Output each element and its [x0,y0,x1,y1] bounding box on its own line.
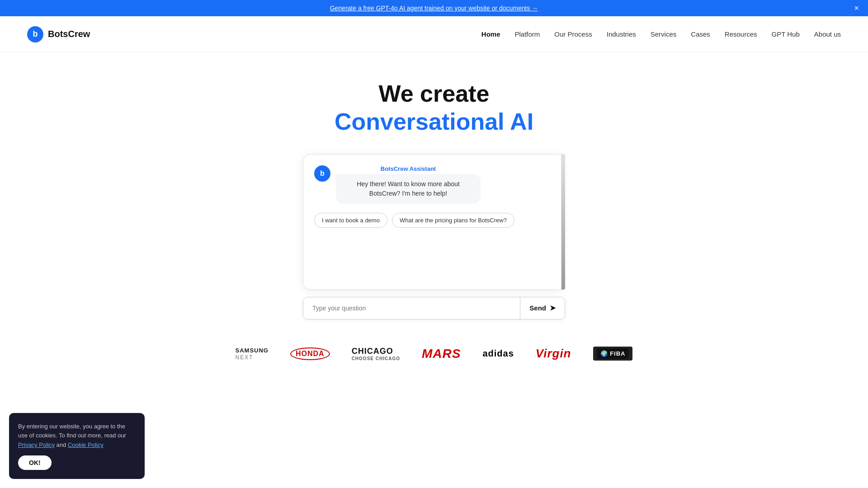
quick-replies: I want to book a demo What are the prici… [314,213,550,228]
brand-virgin: Virgin [536,347,571,361]
send-label: Send [529,304,546,312]
nav-home[interactable]: Home [481,30,500,38]
quick-reply-demo[interactable]: I want to book a demo [314,213,387,228]
nav-links: Home Platform Our Process Industries Ser… [481,30,841,38]
navbar: b BotsCrew Home Platform Our Process Ind… [0,16,868,52]
hero-headline-2: Conversational AI [335,108,533,135]
top-banner: Generate a free GPT-4o AI agent trained … [0,0,868,16]
chat-input[interactable] [303,297,520,319]
bot-bubble: Hey there! Want to know more about BotsC… [336,174,481,204]
quick-reply-pricing[interactable]: What are the pricing plans for BotsCrew? [392,213,514,228]
nav-industries[interactable]: Industries [607,30,636,38]
send-button[interactable]: Send ➤ [520,297,565,319]
brands-section: SAMSUNG NEXT HONDA CHICAGO CHOOSE CHICAG… [0,328,868,379]
banner-close-button[interactable]: × [854,4,859,13]
logo-text: BotsCrew [48,29,90,39]
brand-mars: MARS [422,347,461,361]
bot-name: BotsCrew Assistant [336,165,481,172]
nav-platform[interactable]: Platform [515,30,540,38]
chat-scrollbar[interactable] [561,154,565,290]
hero-headline-1: We create [379,80,490,107]
chat-widget: b BotsCrew Assistant Hey there! Want to … [303,141,565,319]
chat-container: b BotsCrew Assistant Hey there! Want to … [303,154,565,290]
chat-input-area: Send ➤ [303,297,565,319]
chat-box: b BotsCrew Assistant Hey there! Want to … [303,154,561,290]
nav-gpt-hub[interactable]: GPT Hub [772,30,800,38]
brand-adidas: adidas [482,348,514,359]
brand-fiba: 🌍 FIBA [593,347,633,361]
nav-our-process[interactable]: Our Process [554,30,592,38]
nav-about-us[interactable]: About us [814,30,841,38]
send-icon: ➤ [550,304,556,312]
nav-cases[interactable]: Cases [691,30,710,38]
bot-message-content: BotsCrew Assistant Hey there! Want to kn… [336,165,481,204]
logo[interactable]: b BotsCrew [27,26,90,42]
brand-samsung: SAMSUNG NEXT [236,347,269,361]
hero-section: We create Conversational AI b BotsCrew A… [0,52,868,328]
brand-honda: HONDA [290,347,330,360]
hero-text: We create Conversational AI [335,80,533,136]
brand-chicago: CHICAGO CHOOSE CHICAGO [352,347,400,361]
banner-link[interactable]: Generate a free GPT-4o AI agent trained … [330,5,538,12]
bot-avatar: b [314,165,330,182]
nav-services[interactable]: Services [651,30,677,38]
logo-icon: b [27,26,43,42]
bot-message: b BotsCrew Assistant Hey there! Want to … [314,165,550,204]
hero-headline: We create Conversational AI [335,80,533,136]
nav-resources[interactable]: Resources [725,30,757,38]
